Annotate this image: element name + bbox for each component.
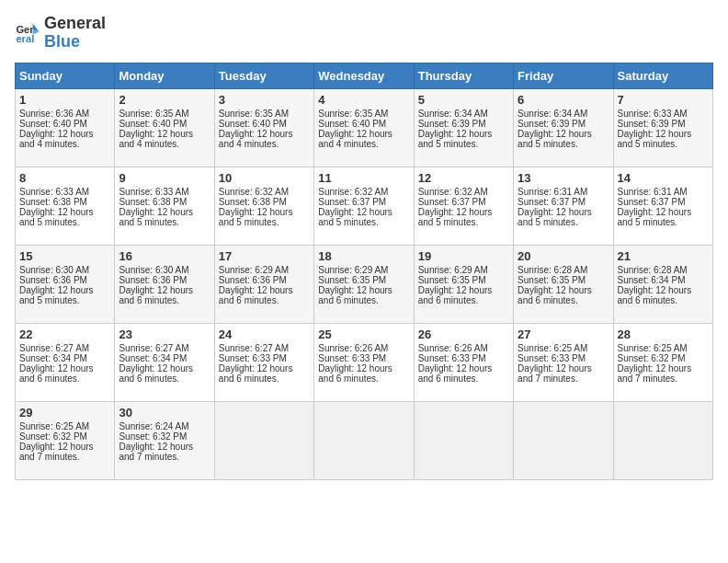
calendar-cell: 17Sunrise: 6:29 AMSunset: 6:36 PMDayligh…	[214, 245, 313, 323]
day-info-line: Sunset: 6:33 PM	[518, 353, 609, 363]
day-info-line: Daylight: 12 hours	[19, 285, 110, 295]
day-info-line: Sunrise: 6:27 AM	[219, 343, 310, 353]
day-info-line: and 6 minutes.	[219, 295, 310, 305]
day-number: 29	[19, 406, 110, 419]
day-info-line: Sunset: 6:33 PM	[318, 353, 409, 363]
day-info-line: Daylight: 12 hours	[618, 285, 709, 295]
calendar-cell: 14Sunrise: 6:31 AMSunset: 6:37 PMDayligh…	[613, 167, 712, 245]
day-info-line: Sunset: 6:33 PM	[418, 353, 509, 363]
day-info-line: Sunset: 6:37 PM	[518, 197, 609, 207]
day-number: 23	[119, 327, 210, 341]
day-info-line: and 6 minutes.	[19, 373, 110, 384]
logo: Gen eral General Blue	[15, 15, 106, 52]
day-number: 22	[19, 327, 110, 341]
day-info-line: and 5 minutes.	[119, 217, 210, 227]
day-info-line: and 6 minutes.	[418, 373, 509, 384]
day-info-line: Sunset: 6:32 PM	[119, 431, 210, 442]
day-number: 1	[19, 93, 110, 107]
day-info-line: and 6 minutes.	[119, 373, 210, 384]
day-info-line: Daylight: 12 hours	[418, 363, 509, 373]
day-number: 20	[518, 249, 609, 263]
day-info-line: and 6 minutes.	[618, 295, 709, 305]
day-info-line: Sunset: 6:39 PM	[418, 119, 509, 129]
day-number: 10	[219, 171, 310, 185]
calendar-cell: 9Sunrise: 6:33 AMSunset: 6:38 PMDaylight…	[115, 167, 214, 245]
day-number: 12	[418, 171, 509, 185]
day-info-line: and 4 minutes.	[219, 139, 310, 149]
day-info-line: Sunset: 6:35 PM	[318, 275, 409, 285]
day-info-line: and 6 minutes.	[318, 373, 409, 384]
calendar-cell: 21Sunrise: 6:28 AMSunset: 6:34 PMDayligh…	[613, 245, 712, 323]
day-info-line: Sunrise: 6:35 AM	[219, 109, 310, 119]
calendar-cell: 25Sunrise: 6:26 AMSunset: 6:33 PMDayligh…	[314, 323, 414, 401]
calendar-cell	[414, 401, 513, 479]
day-info-line: Sunrise: 6:28 AM	[518, 265, 609, 275]
day-number: 26	[418, 327, 509, 341]
day-info-line: and 5 minutes.	[518, 217, 609, 227]
day-info-line: and 5 minutes.	[518, 139, 609, 149]
calendar-cell: 26Sunrise: 6:26 AMSunset: 6:33 PMDayligh…	[414, 323, 513, 401]
day-info-line: Sunset: 6:40 PM	[19, 119, 110, 129]
day-info-line: Daylight: 12 hours	[518, 285, 609, 295]
header-thursday: Thursday	[414, 63, 513, 88]
day-info-line: and 7 minutes.	[19, 452, 110, 462]
day-number: 17	[219, 249, 310, 263]
day-info-line: Sunrise: 6:33 AM	[618, 109, 709, 119]
day-info-line: Sunset: 6:39 PM	[618, 119, 709, 129]
day-info-line: Sunrise: 6:25 AM	[19, 421, 110, 431]
calendar-cell: 13Sunrise: 6:31 AMSunset: 6:37 PMDayligh…	[514, 167, 613, 245]
day-info-line: Daylight: 12 hours	[318, 363, 409, 373]
day-info-line: Sunset: 6:37 PM	[618, 197, 709, 207]
calendar-cell	[214, 401, 313, 479]
day-info-line: Sunset: 6:40 PM	[219, 119, 310, 129]
day-info-line: Sunrise: 6:24 AM	[119, 421, 210, 431]
calendar-cell: 22Sunrise: 6:27 AMSunset: 6:34 PMDayligh…	[16, 323, 115, 401]
day-info-line: and 7 minutes.	[518, 373, 609, 384]
day-info-line: Daylight: 12 hours	[19, 442, 110, 452]
day-number: 16	[119, 249, 210, 263]
day-info-line: Sunrise: 6:29 AM	[318, 265, 409, 275]
day-number: 4	[318, 93, 409, 107]
calendar-cell: 23Sunrise: 6:27 AMSunset: 6:34 PMDayligh…	[115, 323, 214, 401]
day-number: 2	[119, 93, 210, 107]
day-info-line: Sunset: 6:34 PM	[618, 275, 709, 285]
calendar-cell: 8Sunrise: 6:33 AMSunset: 6:38 PMDaylight…	[16, 167, 115, 245]
header-friday: Friday	[514, 63, 613, 88]
day-info-line: Sunrise: 6:29 AM	[219, 265, 310, 275]
day-info-line: Sunrise: 6:26 AM	[318, 343, 409, 353]
day-info-line: and 4 minutes.	[318, 139, 409, 149]
calendar-header: SundayMondayTuesdayWednesdayThursdayFrid…	[16, 63, 713, 88]
day-info-line: Sunrise: 6:27 AM	[19, 343, 110, 353]
day-number: 24	[219, 327, 310, 341]
day-number: 9	[119, 171, 210, 185]
day-info-line: Sunset: 6:33 PM	[219, 353, 310, 363]
day-info-line: Daylight: 12 hours	[119, 285, 210, 295]
calendar-cell: 7Sunrise: 6:33 AMSunset: 6:39 PMDaylight…	[613, 88, 712, 167]
day-info-line: Sunset: 6:38 PM	[119, 197, 210, 207]
day-number: 6	[518, 93, 609, 107]
calendar-cell: 1Sunrise: 6:36 AMSunset: 6:40 PMDaylight…	[16, 88, 115, 167]
day-info-line: Sunrise: 6:32 AM	[219, 187, 310, 197]
day-info-line: Daylight: 12 hours	[318, 129, 409, 139]
calendar-cell: 28Sunrise: 6:25 AMSunset: 6:32 PMDayligh…	[613, 323, 712, 401]
day-info-line: and 6 minutes.	[518, 295, 609, 305]
day-info-line: and 5 minutes.	[418, 217, 509, 227]
calendar-cell: 3Sunrise: 6:35 AMSunset: 6:40 PMDaylight…	[214, 88, 313, 167]
day-number: 21	[618, 249, 709, 263]
calendar-cell: 29Sunrise: 6:25 AMSunset: 6:32 PMDayligh…	[16, 401, 115, 479]
day-info-line: Sunset: 6:35 PM	[418, 275, 509, 285]
day-info-line: Daylight: 12 hours	[318, 207, 409, 217]
calendar-table: SundayMondayTuesdayWednesdayThursdayFrid…	[15, 63, 713, 480]
header-wednesday: Wednesday	[314, 63, 414, 88]
day-info-line: Sunset: 6:34 PM	[19, 353, 110, 363]
day-info-line: Daylight: 12 hours	[618, 207, 709, 217]
day-info-line: Sunset: 6:40 PM	[119, 119, 210, 129]
day-info-line: Sunrise: 6:27 AM	[119, 343, 210, 353]
svg-text:eral: eral	[16, 33, 34, 44]
day-info-line: Daylight: 12 hours	[219, 207, 310, 217]
day-number: 11	[318, 171, 409, 185]
day-number: 15	[19, 249, 110, 263]
day-info-line: and 5 minutes.	[418, 139, 509, 149]
day-info-line: Sunrise: 6:30 AM	[19, 265, 110, 275]
day-info-line: Daylight: 12 hours	[618, 129, 709, 139]
